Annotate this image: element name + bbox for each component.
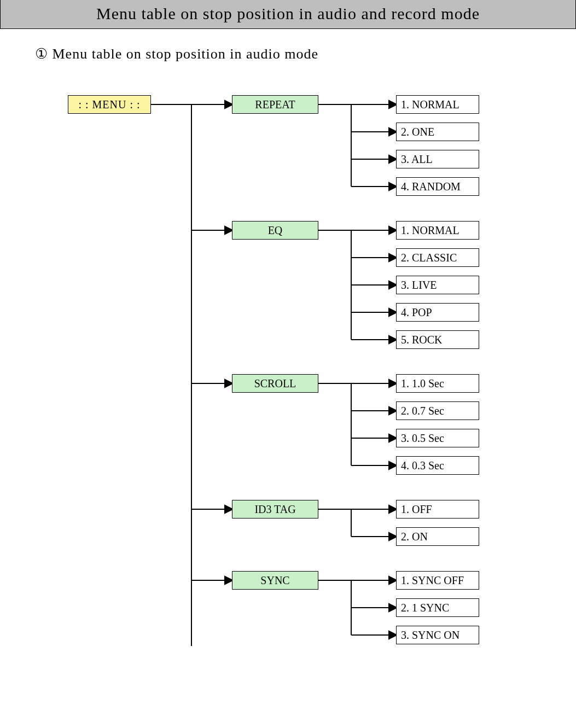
option-scroll-3: 3. 0.5 Sec: [396, 429, 479, 447]
section-heading: ① Menu table on stop position in audio m…: [0, 29, 576, 62]
page-title: Menu table on stop position in audio and…: [0, 0, 576, 29]
option-eq-1: 1. NORMAL: [396, 221, 479, 240]
option-repeat-2: 2. ONE: [396, 123, 479, 141]
option-scroll-1: 1. 1.0 Sec: [396, 374, 479, 393]
category-repeat: REPEAT: [232, 95, 318, 114]
option-id3-tag-2: 2. ON: [396, 527, 479, 546]
option-scroll-4: 4. 0.3 Sec: [396, 456, 479, 475]
option-eq-4: 4. POP: [396, 303, 479, 322]
menu-root: : : MENU : :: [68, 95, 151, 114]
option-repeat-3: 3. ALL: [396, 150, 479, 168]
option-eq-5: 5. ROCK: [396, 330, 479, 349]
section-number: ①: [35, 46, 48, 62]
option-id3-tag-1: 1. OFF: [396, 500, 479, 519]
option-sync-2: 2. 1 SYNC: [396, 598, 479, 617]
option-sync-1: 1. SYNC OFF: [396, 571, 479, 590]
option-repeat-1: 1. NORMAL: [396, 95, 479, 114]
option-scroll-2: 2. 0.7 Sec: [396, 401, 479, 420]
category-scroll: SCROLL: [232, 374, 318, 393]
category-eq: EQ: [232, 221, 318, 240]
menu-tree-diagram: : : MENU : :REPEAT1. NORMAL2. ONE3. ALL4…: [0, 62, 576, 719]
category-id3-tag: ID3 TAG: [232, 500, 318, 519]
section-text: Menu table on stop position in audio mod…: [53, 46, 319, 62]
option-eq-2: 2. CLASSIC: [396, 248, 479, 267]
category-sync: SYNC: [232, 571, 318, 590]
option-eq-3: 3. LIVE: [396, 276, 479, 294]
option-repeat-4: 4. RANDOM: [396, 177, 479, 196]
option-sync-3: 3. SYNC ON: [396, 626, 479, 644]
